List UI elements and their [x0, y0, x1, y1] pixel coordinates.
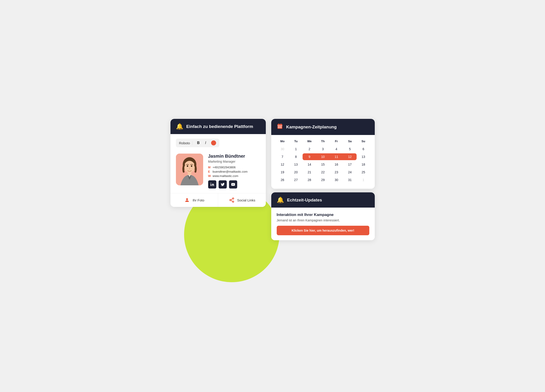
cal-day[interactable]: 20: [289, 169, 303, 176]
svg-rect-17: [278, 126, 279, 127]
cal-day[interactable]: 14: [303, 161, 316, 168]
cal-day[interactable]: 1: [289, 146, 303, 153]
cal-day-highlighted[interactable]: 10: [316, 153, 330, 160]
calendar-icon: [277, 123, 283, 131]
main-container: 🔔 Einfach zu bedienende Plattform Roboto…: [170, 119, 375, 273]
notification-text: Jemand ist an Ihren Kampagnen interessie…: [277, 219, 369, 222]
cal-day[interactable]: 12: [276, 161, 289, 168]
calendar-week-4: 19 20 21 22 23 24 25: [276, 169, 370, 176]
left-panel: 🔔 Einfach zu bedienende Plattform Roboto…: [170, 119, 266, 240]
panels-row: 🔔 Einfach zu bedienende Plattform Roboto…: [170, 119, 375, 240]
text-toolbar: Roboto B I: [176, 139, 219, 147]
profile-section: Jasmin Bündtner Marketing Manager M +491…: [176, 151, 260, 193]
svg-line-11: [231, 201, 232, 202]
email-label: E: [208, 170, 211, 173]
svg-point-2: [184, 161, 195, 173]
cal-day[interactable]: 24: [343, 169, 357, 176]
contact-phone: M +4915902943806: [208, 165, 260, 169]
cal-day[interactable]: 27: [289, 177, 303, 183]
contact-email: E buendtner@mailtastic.com: [208, 170, 260, 173]
day-th: Th: [316, 139, 330, 144]
day-we: We: [303, 139, 316, 144]
svg-rect-21: [279, 128, 280, 128]
cal-day[interactable]: 1: [357, 177, 370, 183]
platform-card-body: Roboto B I: [170, 134, 266, 193]
contact-website: W www.mailtastic.com: [208, 174, 260, 178]
web-label: W: [208, 174, 211, 178]
phone-value: +4915902943806: [213, 165, 236, 169]
svg-point-3: [187, 165, 188, 167]
notification-title: Echtzeit-Updates: [287, 198, 322, 202]
calendar-grid: Mo Tu We Th Fr Sa Su 30 1 2: [276, 139, 370, 183]
cal-day[interactable]: 3: [316, 146, 330, 153]
bell-icon: 🔔: [176, 123, 183, 130]
cal-day[interactable]: 21: [303, 169, 316, 176]
profile-job-title: Marketing Manager: [208, 160, 260, 163]
cal-day[interactable]: 28: [303, 177, 316, 183]
day-sa: Sa: [343, 139, 357, 144]
svg-rect-19: [281, 126, 281, 127]
svg-rect-20: [278, 128, 279, 128]
profile-contact: M +4915902943806 E buendtner@mailtastic.…: [208, 165, 260, 178]
cal-day[interactable]: 17: [343, 161, 357, 168]
profile-photo: [176, 153, 203, 185]
cal-day[interactable]: 13: [289, 161, 303, 168]
platform-header: 🔔 Einfach zu bedienende Plattform: [170, 119, 266, 134]
phone-label: M: [208, 165, 211, 169]
cal-day-highlighted[interactable]: 11: [330, 153, 343, 160]
platform-card: 🔔 Einfach zu bedienende Plattform Roboto…: [170, 119, 266, 207]
notification-cta-button[interactable]: Klicken Sie hier, um herauszufinden, wer…: [277, 226, 369, 235]
cal-day[interactable]: 26: [276, 177, 289, 183]
cal-day[interactable]: 25: [357, 169, 370, 176]
notification-heading: Interaktion mit Ihrer Kampagne: [277, 213, 369, 217]
platform-title: Einfach zu bedienende Plattform: [186, 124, 253, 129]
calendar-body: Mo Tu We Th Fr Sa Su 30 1 2: [271, 135, 375, 189]
color-dot[interactable]: [211, 141, 216, 145]
social-links-label: Social Links: [237, 198, 255, 202]
social-icons: [208, 180, 260, 189]
svg-line-12: [231, 199, 232, 200]
person-svg: [176, 153, 203, 185]
cal-day[interactable]: 30: [330, 177, 343, 183]
cal-day[interactable]: 19: [276, 169, 289, 176]
calendar-header: Kampagnen-Zeitplanung: [271, 119, 375, 135]
day-mo: Mo: [276, 139, 289, 144]
cal-day[interactable]: 30: [276, 146, 289, 153]
svg-rect-22: [281, 128, 281, 128]
italic-button[interactable]: I: [203, 141, 208, 145]
cal-day[interactable]: 15: [316, 161, 330, 168]
day-su: Su: [357, 139, 370, 144]
calendar-week-5: 26 27 28 29 30 31 1: [276, 177, 370, 183]
linkedin-icon[interactable]: [208, 180, 216, 189]
day-fr: Fr: [330, 139, 343, 144]
cal-day[interactable]: 18: [357, 161, 370, 168]
website-value: www.mailtastic.com: [213, 174, 238, 178]
svg-point-7: [186, 198, 188, 200]
cal-day[interactable]: 6: [357, 146, 370, 153]
bold-button[interactable]: B: [195, 141, 202, 145]
youtube-icon[interactable]: [229, 180, 237, 189]
cal-day[interactable]: 31: [343, 177, 357, 183]
notification-header: 🔔 Echtzeit-Updates: [271, 192, 375, 208]
cal-day[interactable]: 13: [357, 153, 370, 160]
photo-button[interactable]: Ihr Foto: [170, 193, 218, 207]
cal-day-highlighted[interactable]: 12: [343, 153, 357, 160]
cal-day[interactable]: 22: [316, 169, 330, 176]
cal-day[interactable]: 29: [316, 177, 330, 183]
social-links-button[interactable]: Social Links: [218, 193, 266, 207]
calendar-week-2: 7 8 9 10 11 12 13: [276, 153, 370, 160]
svg-rect-18: [279, 126, 280, 127]
calendar-card: Kampagnen-Zeitplanung Mo Tu We Th Fr Sa …: [271, 119, 375, 189]
cal-day-highlighted[interactable]: 9: [303, 153, 316, 160]
cal-day[interactable]: 7: [276, 153, 289, 160]
cal-day[interactable]: 8: [289, 153, 303, 160]
cal-day[interactable]: 2: [303, 146, 316, 153]
twitter-icon[interactable]: [219, 180, 227, 189]
cal-day[interactable]: 5: [343, 146, 357, 153]
cal-day[interactable]: 4: [330, 146, 343, 153]
right-panel: Kampagnen-Zeitplanung Mo Tu We Th Fr Sa …: [271, 119, 375, 240]
cal-day[interactable]: 23: [330, 169, 343, 176]
calendar-week-1: 30 1 2 3 4 5 6: [276, 146, 370, 153]
cal-day[interactable]: 16: [330, 161, 343, 168]
calendar-week-3: 12 13 14 15 16 17 18: [276, 161, 370, 168]
